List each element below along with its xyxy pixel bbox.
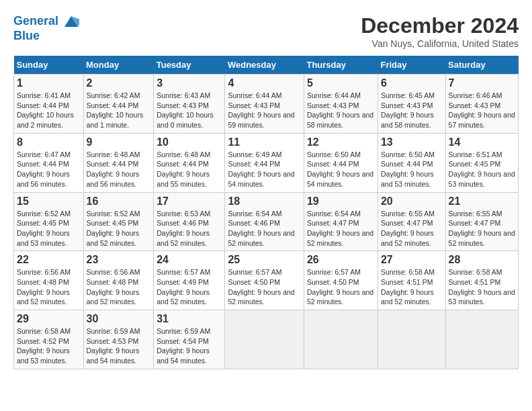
sunrise: Sunrise: 6:47 AM [17,150,81,160]
sunset: Sunset: 4:48 PM [87,277,151,287]
calendar-cell: 27 Sunrise: 6:58 AM Sunset: 4:51 PM Dayl… [378,251,445,310]
sunset: Sunset: 4:45 PM [449,159,515,169]
logo-line2: Blue [13,29,40,42]
day-info: Sunrise: 6:56 AM Sunset: 4:48 PM Dayligh… [87,267,151,307]
sunrise: Sunrise: 6:49 AM [228,150,301,160]
sunset: Sunset: 4:47 PM [449,218,515,228]
calendar-cell: 26 Sunrise: 6:57 AM Sunset: 4:50 PM Dayl… [304,251,378,310]
daylight: Daylight: 9 hours and 53 minutes. [381,169,443,189]
calendar-cell: 18 Sunrise: 6:54 AM Sunset: 4:46 PM Dayl… [225,192,304,251]
day-number: 13 [381,136,443,148]
sunset: Sunset: 4:50 PM [228,277,301,287]
sunset: Sunset: 4:47 PM [381,218,443,228]
sunrise: Sunrise: 6:42 AM [87,91,151,101]
title-area: December 2024 Van Nuys, California, Unit… [361,13,519,49]
day-number: 5 [307,77,375,89]
sunrise: Sunrise: 6:44 AM [228,91,301,101]
header: General Blue December 2024 Van Nuys, Cal… [13,13,519,49]
day-info: Sunrise: 6:58 AM Sunset: 4:51 PM Dayligh… [381,267,443,307]
sunset: Sunset: 4:51 PM [381,277,443,287]
daylight: Daylight: 10 hours and 0 minutes. [157,110,222,130]
weekday-header: Saturday [445,56,518,75]
sunset: Sunset: 4:45 PM [87,218,151,228]
daylight: Daylight: 9 hours and 53 minutes. [17,346,81,365]
day-info: Sunrise: 6:59 AM Sunset: 4:54 PM Dayligh… [157,326,222,366]
calendar-cell: 21 Sunrise: 6:55 AM Sunset: 4:47 PM Dayl… [445,192,518,251]
day-number: 20 [381,195,443,208]
daylight: Daylight: 9 hours and 56 minutes. [17,169,81,189]
day-number: 24 [157,254,222,266]
daylight: Daylight: 9 hours and 52 minutes. [307,228,375,248]
calendar-cell: 25 Sunrise: 6:57 AM Sunset: 4:50 PM Dayl… [225,251,304,310]
day-info: Sunrise: 6:53 AM Sunset: 4:46 PM Dayligh… [157,209,222,248]
daylight: Daylight: 9 hours and 52 minutes. [381,228,443,248]
logo-icon [63,13,79,30]
day-number: 18 [228,195,301,208]
daylight: Daylight: 10 hours and 1 minute. [87,110,151,130]
day-info: Sunrise: 6:46 AM Sunset: 4:43 PM Dayligh… [449,91,515,130]
sunset: Sunset: 4:44 PM [87,101,151,111]
calendar-cell: 15 Sunrise: 6:52 AM Sunset: 4:45 PM Dayl… [14,192,84,251]
daylight: Daylight: 9 hours and 52 minutes. [157,287,222,307]
sunset: Sunset: 4:46 PM [157,218,222,228]
day-info: Sunrise: 6:55 AM Sunset: 4:47 PM Dayligh… [381,209,443,248]
daylight: Daylight: 9 hours and 52 minutes. [157,228,222,248]
calendar-cell: 16 Sunrise: 6:52 AM Sunset: 4:45 PM Dayl… [83,192,154,251]
day-number: 10 [157,136,222,148]
sunrise: Sunrise: 6:59 AM [157,326,222,336]
sunrise: Sunrise: 6:55 AM [381,209,443,219]
daylight: Daylight: 9 hours and 52 minutes. [17,287,81,307]
sunset: Sunset: 4:44 PM [17,101,81,111]
calendar-cell: 30 Sunrise: 6:59 AM Sunset: 4:53 PM Dayl… [83,310,154,369]
sunrise: Sunrise: 6:44 AM [307,91,375,101]
sunrise: Sunrise: 6:53 AM [157,209,222,219]
day-info: Sunrise: 6:41 AM Sunset: 4:44 PM Dayligh… [17,91,81,130]
day-number: 17 [157,195,222,208]
daylight: Daylight: 10 hours and 2 minutes. [17,110,81,130]
calendar-cell: 14 Sunrise: 6:51 AM Sunset: 4:45 PM Dayl… [445,133,518,192]
day-info: Sunrise: 6:55 AM Sunset: 4:47 PM Dayligh… [449,209,515,248]
daylight: Daylight: 9 hours and 52 minutes. [87,287,151,307]
day-info: Sunrise: 6:51 AM Sunset: 4:45 PM Dayligh… [449,150,515,189]
sunrise: Sunrise: 6:56 AM [87,267,151,277]
daylight: Daylight: 9 hours and 59 minutes. [228,110,301,130]
sunset: Sunset: 4:50 PM [307,277,375,287]
sunrise: Sunrise: 6:57 AM [228,267,301,277]
calendar-cell: 12 Sunrise: 6:50 AM Sunset: 4:44 PM Dayl… [304,133,378,192]
sunset: Sunset: 4:45 PM [17,218,81,228]
day-number: 26 [307,254,375,266]
sunrise: Sunrise: 6:57 AM [157,267,222,277]
sunset: Sunset: 4:44 PM [307,159,375,169]
sunrise: Sunrise: 6:54 AM [307,209,375,219]
sunrise: Sunrise: 6:43 AM [157,91,222,101]
daylight: Daylight: 9 hours and 54 minutes. [307,169,375,189]
sunset: Sunset: 4:53 PM [87,336,151,347]
sunset: Sunset: 4:43 PM [228,101,301,111]
calendar-cell: 2 Sunrise: 6:42 AM Sunset: 4:44 PM Dayli… [83,75,154,134]
daylight: Daylight: 9 hours and 52 minutes. [228,287,301,307]
calendar-cell: 23 Sunrise: 6:56 AM Sunset: 4:48 PM Dayl… [83,251,154,310]
sunrise: Sunrise: 6:51 AM [449,150,515,160]
day-info: Sunrise: 6:58 AM Sunset: 4:52 PM Dayligh… [17,326,81,366]
sunrise: Sunrise: 6:58 AM [381,267,443,277]
day-number: 31 [157,313,222,325]
calendar-cell: 29 Sunrise: 6:58 AM Sunset: 4:52 PM Dayl… [14,310,84,369]
sunrise: Sunrise: 6:58 AM [449,267,515,277]
day-number: 16 [87,195,151,208]
calendar-cell: 9 Sunrise: 6:48 AM Sunset: 4:44 PM Dayli… [83,133,154,192]
sunset: Sunset: 4:43 PM [157,101,222,111]
header-row: SundayMondayTuesdayWednesdayThursdayFrid… [14,56,519,75]
day-number: 7 [449,77,515,89]
sunrise: Sunrise: 6:56 AM [17,267,81,277]
main-title: December 2024 [361,13,519,38]
day-number: 21 [449,195,515,208]
sunrise: Sunrise: 6:54 AM [228,209,301,219]
sunrise: Sunrise: 6:45 AM [381,91,443,101]
day-number: 15 [17,195,81,208]
sunrise: Sunrise: 6:55 AM [449,209,515,219]
calendar-cell: 4 Sunrise: 6:44 AM Sunset: 4:43 PM Dayli… [225,75,304,134]
sunset: Sunset: 4:52 PM [17,336,81,347]
calendar-cell: 8 Sunrise: 6:47 AM Sunset: 4:44 PM Dayli… [14,133,84,192]
sunset: Sunset: 4:47 PM [307,218,375,228]
sunrise: Sunrise: 6:41 AM [17,91,81,101]
